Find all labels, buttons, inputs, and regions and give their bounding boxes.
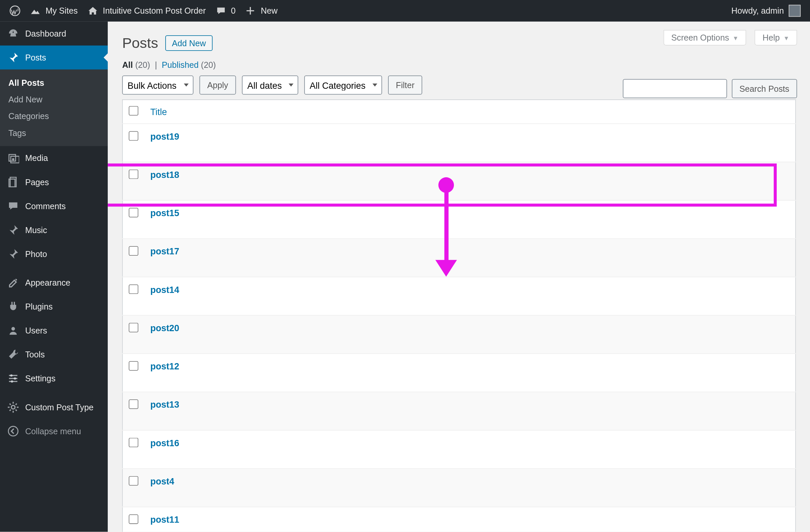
my-account[interactable]: Howdy, admin [727,0,805,21]
row-checkbox[interactable] [129,284,138,294]
category-filter-select[interactable]: All Categories [304,76,382,95]
sidebar-item-posts[interactable]: Posts [0,46,108,69]
sidebar-subitem-tags[interactable]: Tags [0,125,108,141]
svg-point-3 [10,374,13,377]
post-title-link[interactable]: post16 [150,438,179,448]
dashboard-icon [7,28,19,39]
sidebar-item-label: Appearance [25,278,70,288]
svg-point-7 [8,426,18,436]
post-title-link[interactable]: post15 [150,208,179,218]
table-row[interactable]: post19 [123,124,795,162]
table-row[interactable]: post20 [123,315,795,353]
table-row[interactable]: post11 [123,507,795,532]
post-title-link[interactable]: post13 [150,399,179,410]
howdy-label: Howdy, admin [731,6,784,16]
comments-link[interactable]: 0 [210,0,240,21]
sidebar-item-collapse-menu[interactable]: Collapse menu [0,419,108,443]
sidebar-item-custom-post-type[interactable]: Custom Post Type [0,396,108,419]
pin-icon [7,248,19,260]
post-title-link[interactable]: post19 [150,131,179,141]
sidebar-item-photo[interactable]: Photo [0,242,108,266]
wp-logo[interactable] [5,0,25,21]
multisite-icon [30,5,40,16]
pages-icon [7,176,19,188]
chevron-down-icon: ▼ [783,35,789,41]
table-row[interactable]: post12 [123,353,795,392]
post-title-link[interactable]: post11 [150,514,179,525]
add-new-button[interactable]: Add New [165,35,212,51]
sidebar-subitem-add-new[interactable]: Add New [0,91,108,108]
row-checkbox[interactable] [129,170,138,179]
sidebar-item-label: Settings [25,374,55,383]
my-sites[interactable]: My Sites [25,0,82,21]
table-row[interactable]: post18 [123,162,795,200]
table-row[interactable]: post16 [123,430,795,468]
sidebar-item-tools[interactable]: Tools [0,342,108,367]
table-row[interactable]: post14 [123,277,795,315]
sidebar-item-users[interactable]: Users [0,319,108,342]
sidebar-subitem-categories[interactable]: Categories [0,108,108,124]
table-row[interactable]: post17 [123,239,795,277]
sidebar-subitem-all-posts[interactable]: All Posts [0,74,108,91]
filter-published[interactable]: Published [162,60,198,69]
post-title-link[interactable]: post18 [150,170,179,180]
sidebar-item-label: Pages [25,177,49,187]
sidebar-item-plugins[interactable]: Plugins [0,295,108,319]
home-icon [87,5,98,16]
sidebar-item-label: Plugins [25,302,53,311]
row-checkbox[interactable] [129,131,138,141]
row-checkbox[interactable] [129,399,138,409]
sidebar-item-label: Collapse menu [25,426,81,436]
new-content[interactable]: New [240,0,282,21]
table-row[interactable]: post15 [123,200,795,238]
post-title-link[interactable]: post4 [150,476,174,486]
post-title-link[interactable]: post14 [150,284,179,295]
tools-icon [7,349,19,360]
sidebar-item-pages[interactable]: Pages [0,170,108,194]
svg-point-4 [14,377,16,380]
sidebar-item-comments[interactable]: Comments [0,194,108,218]
posts-table: Title post19post18post15post17post14post… [122,99,796,532]
row-checkbox[interactable] [129,438,138,448]
post-title-link[interactable]: post20 [150,323,179,333]
row-checkbox[interactable] [129,246,138,256]
screen-options-tab[interactable]: Screen Options ▼ [663,30,746,46]
row-checkbox[interactable] [129,361,138,371]
search-input[interactable] [623,79,727,98]
sidebar-item-media[interactable]: Media [0,146,108,170]
sidebar-item-label: Users [25,326,47,336]
bulk-actions-select[interactable]: Bulk Actions [122,76,193,95]
search-posts-button[interactable]: Search Posts [731,79,797,98]
post-title-link[interactable]: post12 [150,361,179,371]
gear-icon [7,401,19,413]
sort-by-title[interactable]: Title [150,107,167,117]
filter-button[interactable]: Filter [388,76,422,95]
date-filter-select[interactable]: All dates [242,76,298,95]
comment-icon [215,5,226,16]
sidebar-item-label: Custom Post Type [25,402,94,412]
row-checkbox[interactable] [129,514,138,524]
wordpress-icon [10,5,20,16]
apply-button[interactable]: Apply [199,76,236,95]
sidebar-item-settings[interactable]: Settings [0,367,108,390]
collapse-icon [7,425,19,437]
table-row[interactable]: post4 [123,468,795,507]
help-tab[interactable]: Help ▼ [755,30,797,46]
select-all-checkbox[interactable] [129,106,138,116]
site-name[interactable]: Intuitive Custom Post Order [82,0,210,21]
comments-icon [7,200,19,212]
sidebar-item-label: Dashboard [25,29,66,38]
svg-point-1 [12,158,14,160]
row-checkbox[interactable] [129,208,138,217]
post-title-link[interactable]: post17 [150,246,179,256]
sidebar-item-music[interactable]: Music [0,218,108,242]
table-row[interactable]: post13 [123,392,795,430]
row-checkbox[interactable] [129,476,138,486]
sidebar-item-appearance[interactable]: Appearance [0,271,108,295]
new-label: New [261,6,277,16]
plus-icon [245,5,256,16]
site-name-label: Intuitive Custom Post Order [103,6,206,16]
sidebar-item-dashboard[interactable]: Dashboard [0,21,108,46]
filter-all[interactable]: All [122,60,133,69]
row-checkbox[interactable] [129,323,138,333]
